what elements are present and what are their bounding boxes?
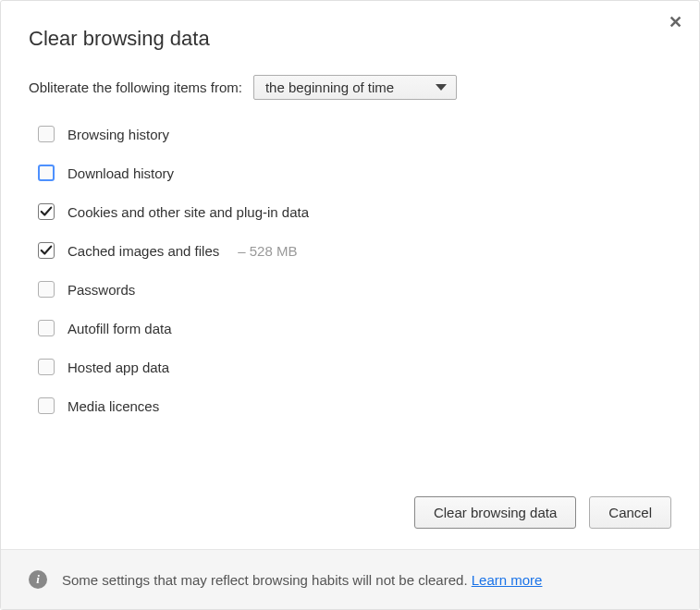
- option-autofill: Autofill form data: [38, 320, 671, 336]
- info-icon: i: [29, 570, 47, 589]
- learn-more-link[interactable]: Learn more: [472, 572, 543, 588]
- option-browsing-history: Browsing history: [38, 126, 671, 142]
- clear-browsing-data-button[interactable]: Clear browsing data: [414, 496, 576, 529]
- from-label: Obliterate the following items from:: [29, 79, 242, 95]
- clear-browsing-data-dialog: ✕ Clear browsing data Obliterate the fol…: [0, 0, 700, 610]
- button-row: Clear browsing data Cancel: [1, 496, 699, 549]
- option-passwords: Passwords: [38, 281, 671, 298]
- checkbox-hosted-app[interactable]: [38, 359, 55, 375]
- option-label: Cookies and other site and plug-in data: [68, 204, 309, 220]
- time-range-select[interactable]: the beginning of time: [253, 75, 457, 100]
- options-list: Browsing historyDownload historyCookies …: [29, 126, 671, 414]
- option-hosted-app: Hosted app data: [38, 359, 671, 375]
- option-label: Cached images and files: [68, 243, 219, 259]
- option-label: Download history: [68, 165, 174, 181]
- option-label: Browsing history: [68, 127, 169, 142]
- checkbox-passwords[interactable]: [38, 281, 55, 298]
- cancel-button[interactable]: Cancel: [589, 496, 671, 529]
- checkbox-media-licences[interactable]: [38, 397, 55, 414]
- time-range-row: Obliterate the following items from: the…: [29, 75, 671, 100]
- footer-text: Some settings that may reflect browsing …: [62, 572, 542, 588]
- option-label: Media licences: [68, 398, 159, 414]
- option-label: Passwords: [68, 282, 135, 298]
- option-label: Hosted app data: [68, 360, 169, 375]
- checkbox-cache[interactable]: [38, 242, 55, 259]
- option-label: Autofill form data: [68, 321, 172, 336]
- chevron-down-icon: [436, 84, 447, 91]
- dialog-footer: i Some settings that may reflect browsin…: [1, 549, 699, 609]
- checkbox-download-history[interactable]: [38, 165, 55, 181]
- option-cache: Cached images and files– 528 MB: [38, 242, 671, 259]
- dialog-title: Clear browsing data: [29, 27, 671, 51]
- time-range-value: the beginning of time: [265, 79, 394, 95]
- dialog-body: Clear browsing data Obliterate the follo…: [1, 1, 699, 496]
- option-suffix: – 528 MB: [238, 243, 297, 259]
- checkbox-autofill[interactable]: [38, 320, 55, 336]
- option-cookies: Cookies and other site and plug-in data: [38, 203, 671, 220]
- close-icon[interactable]: ✕: [666, 14, 684, 32]
- checkbox-cookies[interactable]: [38, 203, 55, 220]
- option-media-licences: Media licences: [38, 397, 671, 414]
- option-download-history: Download history: [38, 165, 671, 181]
- checkbox-browsing-history[interactable]: [38, 126, 55, 142]
